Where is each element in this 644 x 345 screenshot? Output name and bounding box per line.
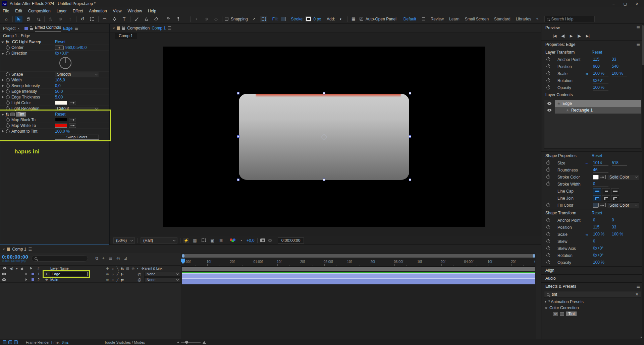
play-button[interactable]: ▶ [570, 34, 573, 38]
region-of-interest-icon[interactable] [201, 238, 207, 243]
layer-visibility-eye-icon[interactable] [2, 273, 6, 275]
time-navigator-bar[interactable] [182, 254, 535, 258]
lock-icon[interactable] [30, 28, 33, 30]
cap-option-2[interactable] [611, 188, 619, 194]
stopwatch-icon[interactable] [546, 175, 550, 179]
timeline-zoom-slider[interactable] [177, 341, 206, 344]
layer-contents-item-rectangle-1[interactable]: ★Rectangle 1 [544, 107, 641, 114]
brush-tool-icon[interactable] [133, 16, 140, 22]
join-option-2[interactable] [611, 195, 619, 201]
value-y[interactable]: 100 % [612, 71, 627, 76]
viewer-tab-comp1[interactable]: Comp 1 [115, 33, 137, 39]
current-time-display[interactable]: 0:00:00:00 00000 (30.00 fps) [2, 254, 28, 263]
fill-color-swatch[interactable] [281, 17, 286, 21]
value-y[interactable]: 33 [612, 225, 627, 230]
composition-tab-close-icon[interactable]: × [113, 26, 115, 30]
stopwatch-icon[interactable] [6, 107, 10, 111]
stopwatch-icon[interactable] [546, 161, 550, 165]
clone-stamp-tool-icon[interactable] [143, 16, 150, 22]
value-x[interactable]: 0 [593, 239, 608, 244]
effect-header-cc-light-sweep[interactable]: fxCC Light SweepReset [0, 39, 109, 45]
workspace-learn[interactable]: Learn [449, 17, 460, 21]
timeline-track-area[interactable]: 0:00f10f20f01:00f10f20f02:00f10f20f03:00… [181, 253, 541, 339]
stopwatch-icon[interactable] [546, 58, 550, 61]
value-x[interactable]: 0x+0° [593, 78, 608, 83]
value-x[interactable]: 100 % [593, 71, 608, 76]
selection-handle-4[interactable] [409, 135, 411, 138]
frame-blending-icon[interactable]: ▤ [109, 256, 112, 261]
memory-icon[interactable] [14, 340, 18, 344]
graph-editor-icon[interactable]: ⊿ [124, 256, 127, 261]
value-x[interactable]: 115 [593, 57, 608, 62]
render-queue-icon[interactable] [8, 340, 12, 344]
stopwatch-icon[interactable] [546, 79, 550, 82]
angle-dial[interactable] [59, 57, 71, 69]
layer-expand-icon[interactable] [25, 272, 27, 276]
stroke-width-value[interactable]: 0 px [313, 17, 321, 21]
guides-icon[interactable]: ▣ [209, 238, 215, 243]
toggle-switches-modes-button[interactable]: Toggle Switches / Modes [104, 340, 145, 344]
panel-menu-icon[interactable]: ☰ [636, 25, 640, 30]
twirl-r-icon[interactable] [0, 129, 5, 134]
resolution-dropdown[interactable]: (Half) [141, 237, 177, 244]
workspace-small-screen[interactable]: Small Screen [465, 17, 489, 21]
panel-board-icon[interactable]: ▦ [350, 16, 357, 22]
color-swatch[interactable] [55, 101, 67, 105]
menu-help[interactable]: Help [148, 9, 156, 13]
fast-preview-icon[interactable]: ⚡ [183, 238, 189, 243]
audio-section-header[interactable]: Audio [541, 274, 644, 282]
draft-3d-icon[interactable]: ⌖ [102, 256, 105, 261]
puppet-pin-tool-icon[interactable] [174, 16, 182, 22]
pick-whip-icon[interactable]: @ [138, 278, 141, 282]
effect-header-tint[interactable]: fxTintReset [0, 111, 109, 117]
twirl-d-icon[interactable] [0, 112, 5, 117]
snapping-checkbox[interactable] [225, 17, 228, 21]
value-x[interactable]: 1014 [593, 160, 608, 166]
tab-comp1-timeline[interactable]: Comp 1 [12, 247, 26, 252]
add-menu-icon[interactable]: ◐ [337, 16, 345, 22]
workspace-overflow-icon[interactable]: » [536, 17, 539, 21]
reset-link[interactable]: Reset [592, 50, 602, 55]
value-x[interactable]: 100 % [593, 85, 608, 90]
preset-group-color-correction[interactable]: Color Correction [541, 305, 644, 311]
visibility-eye-icon[interactable] [547, 109, 551, 112]
value-x[interactable]: 0 [593, 182, 608, 187]
twirl-d-icon[interactable] [0, 51, 5, 56]
stopwatch-icon[interactable] [546, 225, 550, 229]
menu-view[interactable]: View [113, 9, 122, 13]
param-value[interactable]: 186,0 [55, 78, 65, 82]
stopwatch-icon[interactable] [6, 46, 10, 50]
timecode-value[interactable]: 0:00:00:00 [2, 254, 28, 260]
layer-name[interactable]: Main [50, 278, 58, 282]
tab-project[interactable]: Project [3, 26, 15, 31]
previous-frame-button[interactable]: ◀| [561, 34, 565, 38]
layer-name-input[interactable]: Edge [50, 272, 88, 276]
first-frame-button[interactable]: |◀ [553, 34, 556, 38]
tab-composition[interactable]: Composition [127, 26, 150, 30]
cap-option-0[interactable] [593, 188, 601, 194]
stopwatch-icon[interactable] [6, 78, 10, 82]
color-swatch[interactable] [55, 124, 67, 128]
timeline-layer-row-edge[interactable]: 1★Edge⊕☼╱fx@None [0, 271, 181, 277]
layer-visibility-eye-icon[interactable] [2, 278, 6, 281]
value-x[interactable]: 46 [593, 167, 608, 173]
menu-effect[interactable]: Effect [73, 9, 83, 13]
panel-menu-icon[interactable]: ☰ [636, 284, 640, 289]
selection-handle-3[interactable] [237, 135, 239, 138]
stopwatch-icon[interactable] [6, 101, 10, 105]
selection-handle-5[interactable] [237, 179, 239, 181]
menu-edit[interactable]: Edit [15, 9, 22, 13]
workspace-default[interactable]: Default [404, 17, 416, 21]
minimize-button[interactable]: – [612, 2, 614, 6]
eyedropper-icon[interactable] [598, 175, 606, 179]
value-x[interactable]: 0x+0° [593, 246, 608, 251]
mini-flowchart-icon[interactable]: ⧉ [95, 256, 98, 261]
eyedropper-icon[interactable] [69, 101, 76, 105]
zoom-out-mountain-icon[interactable] [177, 341, 179, 343]
param-dropdown[interactable]: Smooth [55, 72, 99, 77]
effect-name[interactable]: Tint [16, 112, 26, 117]
value-x[interactable]: 0x+0° [593, 253, 608, 258]
preset-result-tint[interactable]: 32Tint [541, 311, 644, 317]
stopwatch-icon[interactable] [6, 73, 10, 76]
stopwatch-icon[interactable] [546, 86, 550, 89]
